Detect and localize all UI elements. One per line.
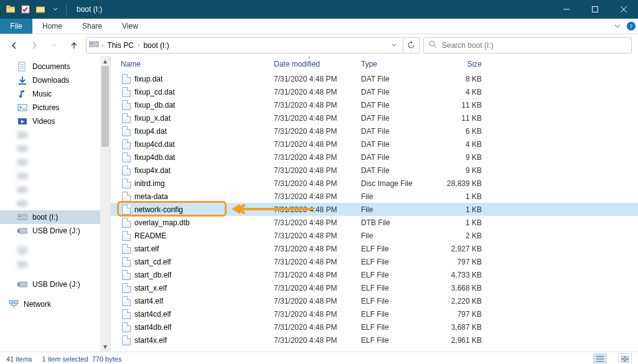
file-row[interactable]: meta-data7/31/2020 4:48 PMFile1 KB [111,190,638,203]
file-size: 8 KB [434,75,482,83]
sidebar-item[interactable]: USB Drive (J:) [0,278,100,291]
chevron-right-icon[interactable]: › [138,42,139,49]
refresh-button[interactable] [403,37,420,54]
svg-rect-8 [90,43,93,44]
file-row[interactable]: fixup4x.dat7/31/2020 4:48 PMDAT File9 KB [111,164,638,177]
status-bar: 41 items 1 item selected 770 bytes [0,352,638,364]
file-date: 7/31/2020 4:48 PM [274,310,361,319]
file-row[interactable]: fixup4.dat7/31/2020 4:48 PMDAT File6 KB [111,124,638,138]
file-icon [121,322,132,332]
file-row[interactable]: fixup_db.dat7/31/2020 4:48 PMDAT File11 … [111,98,638,111]
file-row[interactable]: start4cd.elf7/31/2020 4:48 PMELF File797… [111,307,638,320]
column-size[interactable]: Size [434,56,482,72]
sidebar-item[interactable] [0,244,100,258]
help-icon[interactable]: ? [624,19,638,34]
file-name: start_cd.elf [134,258,274,266]
file-size: 2 KB [434,231,482,240]
file-row[interactable]: start4.elf7/31/2020 4:48 PMELF File2,220… [111,294,638,307]
sidebar-item[interactable] [0,197,100,210]
file-size: 9 KB [434,153,482,162]
drive-icon [17,157,27,167]
file-icon [121,113,132,123]
file-row[interactable]: start_x.elf7/31/2020 4:48 PMELF File3,66… [111,281,638,294]
sidebar-item[interactable]: Videos [0,114,100,128]
sidebar-item[interactable]: Network [0,297,100,311]
ribbon-tab-share[interactable]: Share [72,19,112,34]
svg-rect-3 [36,7,45,12]
file-row[interactable]: fixup4cd.dat7/31/2020 4:48 PMDAT File4 K… [111,138,638,151]
view-thumbnails-button[interactable] [618,353,632,365]
file-icon [121,335,132,345]
qat-folder-icon[interactable] [34,2,47,16]
search-box[interactable]: Search boot (I:) [423,37,632,54]
file-row[interactable]: overlay_map.dtb7/31/2020 4:48 PMDTB File… [111,216,638,229]
sidebar-item[interactable]: Downloads [0,73,100,87]
close-button[interactable] [609,0,638,19]
videos-icon [17,116,27,126]
column-type[interactable]: Type [361,56,434,72]
address-bar[interactable]: › This PC › boot (I:) [86,37,403,54]
sidebar-item[interactable] [0,258,100,271]
file-size: 11 KB [434,114,482,123]
file-date: 7/31/2020 4:48 PM [274,258,361,266]
scroll-up-icon[interactable]: ▴ [100,56,110,66]
column-name[interactable]: Name [121,56,274,72]
sidebar-item[interactable]: USB Drive (J:) [0,224,100,238]
sidebar-item[interactable]: boot (I:) [0,210,100,224]
view-details-button[interactable] [593,353,607,365]
breadcrumb-boot[interactable]: boot (I:) [142,41,170,50]
nav-recent-dropdown[interactable] [46,37,62,54]
sidebar-item[interactable] [0,169,100,183]
navigation-pane: DocumentsDownloadsMusicPicturesVideosboo… [0,56,111,352]
file-icon [121,244,132,254]
file-row[interactable]: README7/31/2020 4:48 PMFile2 KB [111,229,638,242]
file-row[interactable]: initrd.img7/31/2020 4:48 PMDisc Image Fi… [111,177,638,190]
file-icon [121,139,132,149]
file-row[interactable]: start_db.elf7/31/2020 4:48 PMELF File4,7… [111,268,638,281]
nav-forward-button[interactable] [26,37,42,54]
file-row[interactable]: fixup_x.dat7/31/2020 4:48 PMDAT File11 K… [111,111,638,124]
nav-up-button[interactable] [66,37,82,54]
file-row[interactable]: fixup.dat7/31/2020 4:48 PMDAT File8 KB [111,72,638,85]
sort-indicator-icon: ˄ [307,56,311,65]
breadcrumb-this-pc[interactable]: This PC [106,41,135,50]
nav-back-button[interactable] [6,37,22,54]
file-row[interactable]: start.elf7/31/2020 4:48 PMELF File2,927 … [111,242,638,255]
sidebar-item[interactable]: Pictures [0,101,100,114]
ribbon-expand-icon[interactable] [611,19,624,34]
qat-explorer-icon[interactable] [4,2,17,16]
ribbon-file-tab[interactable]: File [0,19,32,34]
file-row[interactable]: start4x.elf7/31/2020 4:48 PMELF File2,96… [111,334,638,347]
file-row[interactable]: start_cd.elf7/31/2020 4:48 PMELF File797… [111,255,638,268]
scroll-down-icon[interactable]: ▾ [100,342,110,352]
sidebar-item[interactable] [0,142,100,156]
file-row[interactable]: start4db.elf7/31/2020 4:48 PMELF File3,6… [111,320,638,334]
file-row[interactable]: fixup4db.dat7/31/2020 4:48 PMDAT File9 K… [111,151,638,164]
sidebar-item[interactable] [0,183,100,197]
ribbon-tab-view[interactable]: View [112,19,148,34]
sidebar-item[interactable]: Music [0,87,100,101]
sidebar-item[interactable] [0,128,100,142]
file-row[interactable]: network-config7/31/2020 4:48 PMFile1 KB [111,203,638,216]
sidebar-item[interactable]: Documents [0,60,100,73]
address-dropdown-icon[interactable] [388,43,400,48]
ribbon-tab-home[interactable]: Home [32,19,72,34]
file-type: DTB File [361,218,434,227]
file-icon [121,74,132,84]
file-name: fixup.dat [134,75,274,83]
nav-scrollbar[interactable]: ▴ ▾ [100,56,110,352]
minimize-button[interactable] [552,0,581,19]
qat-dropdown-icon[interactable] [49,2,62,16]
file-type: ELF File [361,297,434,306]
svg-point-11 [19,95,22,98]
file-name: start4x.elf [134,336,274,345]
sidebar-item-label: USB Drive (J:) [32,226,80,235]
sidebar-item[interactable] [0,156,100,169]
column-date[interactable]: Date modified [274,56,361,72]
scroll-thumb[interactable] [101,66,109,147]
qat-properties-icon[interactable] [19,2,32,16]
file-row[interactable]: fixup_cd.dat7/31/2020 4:48 PMDAT File4 K… [111,85,638,98]
maximize-button[interactable] [581,0,609,19]
chevron-right-icon[interactable]: › [101,42,103,49]
file-name: start4.elf [134,297,274,306]
